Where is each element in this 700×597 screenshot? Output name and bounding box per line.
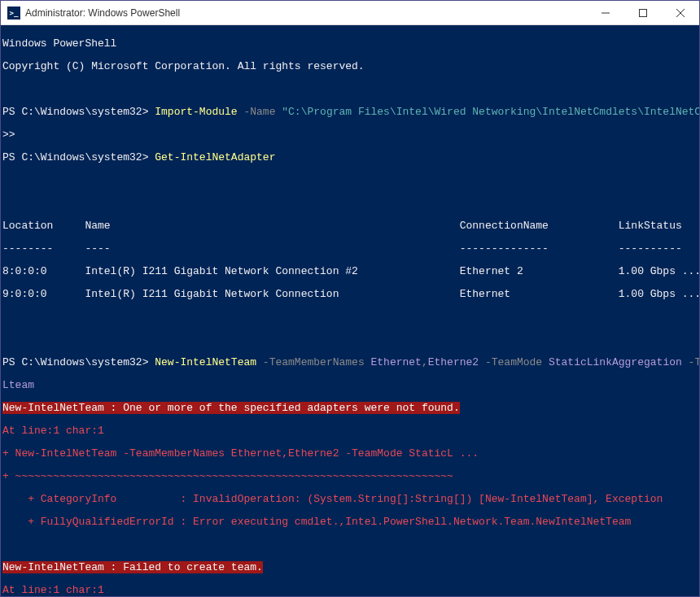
error-line: + New-IntelNetTeam -TeamMemberNames Ethe… <box>2 448 699 460</box>
titlebar[interactable]: Administrator: Windows PowerShell <box>1 1 699 25</box>
param-arg: StaticLinkAggregation <box>542 356 682 368</box>
powershell-window: Administrator: Windows PowerShell Window… <box>0 0 700 597</box>
param-flag: -Name <box>238 106 276 118</box>
prompt: PS C:\Windows\system32> <box>2 151 155 163</box>
command-line-1: PS C:\Windows\system32> Import-Module -N… <box>2 107 699 118</box>
param-flag: -TeamMode <box>479 356 542 368</box>
powershell-icon <box>7 7 20 20</box>
comma: , <box>422 356 428 368</box>
maximize-button[interactable] <box>624 1 662 25</box>
blank <box>2 84 699 95</box>
continuation: >> <box>2 129 699 141</box>
terminal-area[interactable]: Windows PowerShell Copyright (C) Microso… <box>1 25 699 596</box>
cmdlet: New-IntelNetTeam <box>155 356 256 368</box>
close-icon <box>676 9 685 17</box>
cmdlet: Import-Module <box>155 106 237 118</box>
prompt: PS C:\Windows\system32> <box>2 106 155 118</box>
error-text: New-IntelNetTeam : Failed to create team… <box>2 561 263 573</box>
error-line: + FullyQualifiedErrorId : Error executin… <box>2 516 699 528</box>
table-header: Location Name ConnectionName LinkStatus <box>2 220 699 232</box>
window-controls <box>587 1 699 25</box>
error-text: New-IntelNetTeam : One or more of the sp… <box>2 402 460 414</box>
copyright-line: Copyright (C) Microsoft Corporation. All… <box>2 61 699 72</box>
param-arg: Lteam <box>2 379 34 391</box>
error-line: At line:1 char:1 <box>2 585 699 596</box>
blank <box>2 312 699 323</box>
param-flag: -TeamMemberNames <box>256 356 365 368</box>
close-button[interactable] <box>662 1 699 25</box>
svg-rect-0 <box>640 9 647 16</box>
error-line: At line:1 char:1 <box>2 425 699 437</box>
command-line-3: PS C:\Windows\system32> New-IntelNetTeam… <box>2 357 699 368</box>
prompt: PS C:\Windows\system32> <box>2 356 155 368</box>
command-line-2: PS C:\Windows\system32> Get-IntelNetAdap… <box>2 152 699 163</box>
error-line: New-IntelNetTeam : Failed to create team… <box>2 562 699 573</box>
table-row: 8:0:0:0 Intel(R) I211 Gigabit Network Co… <box>2 266 699 277</box>
header-line: Windows PowerShell <box>2 38 699 50</box>
blank <box>2 334 699 346</box>
blank <box>2 539 699 551</box>
blank <box>2 175 699 186</box>
table-row: 9:0:0:0 Intel(R) I211 Gigabit Network Co… <box>2 289 699 300</box>
param-flag: -TeamName <box>682 356 699 368</box>
param-arg: Etherne2 <box>428 356 479 368</box>
maximize-icon <box>639 9 647 17</box>
command-wrap: Lteam <box>2 380 699 391</box>
blank <box>2 198 699 209</box>
error-line: New-IntelNetTeam : One or more of the sp… <box>2 403 699 414</box>
minimize-icon <box>602 9 610 17</box>
error-line: + CategoryInfo : InvalidOperation: (Syst… <box>2 494 699 505</box>
cmdlet: Get-IntelNetAdapter <box>155 151 275 163</box>
table-separator: -------- ---- -------------- ---------- <box>2 243 699 255</box>
param-arg: Ethernet <box>365 356 422 368</box>
window-title: Administrator: Windows PowerShell <box>25 7 587 19</box>
minimize-button[interactable] <box>587 1 624 25</box>
param-arg: "C:\Program Files\Intel\Wired Networking… <box>275 106 699 118</box>
error-line: + ~~~~~~~~~~~~~~~~~~~~~~~~~~~~~~~~~~~~~~… <box>2 471 699 482</box>
